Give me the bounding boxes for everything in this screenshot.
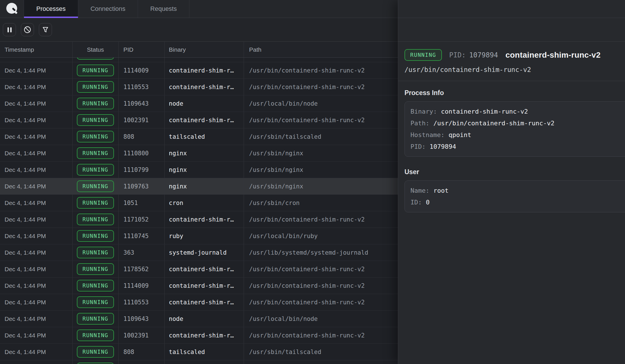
table-row[interactable]: Dec 4, 1:44 PM RUNNING 1114009 container… <box>0 62 398 79</box>
detail-path: /usr/bin/containerd-shim-runc-v2 <box>404 66 625 73</box>
column-header-status[interactable]: Status <box>73 42 119 57</box>
status-badge: RUNNING <box>77 263 114 275</box>
table-row[interactable]: Dec 4, 1:44 PM RUNNING 1171052 container… <box>0 211 398 228</box>
cell-pid: 1110553 <box>119 294 165 310</box>
cell-binary: containerd-shim-r… <box>165 261 244 277</box>
status-badge: RUNNING <box>77 114 114 126</box>
status-badge: RUNNING <box>77 296 114 308</box>
pause-button[interactable] <box>3 23 16 36</box>
app-window: Processes Connections Requests <box>0 0 625 364</box>
cell-pid: 1114009 <box>119 277 165 294</box>
table-row[interactable]: Dec 4, 1:44 PM RUNNING 1109643 node /usr… <box>0 311 398 327</box>
process-info-heading: Process Info <box>404 89 625 97</box>
column-header-path[interactable]: Path <box>244 42 398 57</box>
cell-timestamp: Dec 4, 1:44 PM <box>0 178 73 194</box>
cell-binary: nginx <box>165 162 244 178</box>
cell-status: RUNNING <box>73 145 119 161</box>
filter-button[interactable] <box>39 23 52 36</box>
column-header-timestamp[interactable]: Timestamp <box>0 42 73 57</box>
cell-status: RUNNING <box>73 58 119 62</box>
table-row[interactable]: Dec 4, 1:44 PM RUNNING 1178562 container… <box>0 261 398 277</box>
info-value: qpoint <box>448 129 471 141</box>
process-table-body: RUNNING Dec 4, 1:44 PM RUNNING 1114009 c… <box>0 58 398 364</box>
table-row[interactable]: RUNNING <box>0 360 398 364</box>
table-row[interactable]: Dec 4, 1:44 PM RUNNING 1110745 ruby /usr… <box>0 228 398 244</box>
cell-timestamp: Dec 4, 1:44 PM <box>0 95 73 112</box>
column-header-binary[interactable]: Binary <box>165 42 244 57</box>
cell-status: RUNNING <box>73 311 119 327</box>
cell-path: /usr/bin/containerd-shim-runc-v2 <box>244 112 398 128</box>
detail-pid-value: 1079894 <box>469 51 498 59</box>
cell-binary: containerd-shim-r… <box>165 79 244 95</box>
qpoint-logo-icon <box>6 3 18 15</box>
detail-pid-label: PID: <box>449 51 466 59</box>
cell-binary: nginx <box>165 145 244 161</box>
cell-status: RUNNING <box>73 62 119 79</box>
info-label: PID: <box>410 141 426 152</box>
status-badge: RUNNING <box>77 164 114 176</box>
user-row: ID: 0 <box>410 196 623 208</box>
cell-path: /usr/bin/containerd-shim-runc-v2 <box>244 294 398 310</box>
status-badge: RUNNING <box>77 230 114 242</box>
status-badge: RUNNING <box>77 346 114 358</box>
cell-status: RUNNING <box>73 327 119 343</box>
table-row[interactable]: Dec 4, 1:44 PM RUNNING 1110800 nginx /us… <box>0 145 398 162</box>
cell-pid: 808 <box>119 128 165 145</box>
table-row[interactable]: Dec 4, 1:44 PM RUNNING 1002391 container… <box>0 327 398 344</box>
cell-timestamp: Dec 4, 1:44 PM <box>0 128 73 145</box>
column-header-pid[interactable]: PID <box>119 42 165 57</box>
detail-title: containerd-shim-runc-v2 <box>506 51 601 60</box>
cell-binary: nginx <box>165 178 244 194</box>
cell-binary: tailscaled <box>165 344 244 360</box>
status-badge: RUNNING <box>77 363 114 364</box>
status-badge: RUNNING <box>77 81 114 93</box>
table-header: Timestamp Status PID Binary Path <box>0 42 398 58</box>
cell-status: RUNNING <box>73 344 119 360</box>
table-row[interactable]: Dec 4, 1:44 PM RUNNING 1051 cron /usr/sb… <box>0 195 398 211</box>
user-value: root <box>433 185 448 196</box>
cell-timestamp: Dec 4, 1:44 PM <box>0 277 73 294</box>
table-row[interactable]: Dec 4, 1:44 PM RUNNING 1110553 container… <box>0 79 398 95</box>
cell-binary: containerd-shim-r… <box>165 211 244 228</box>
app-logo[interactable] <box>0 0 24 18</box>
table-row[interactable]: Dec 4, 1:44 PM RUNNING 1110799 nginx /us… <box>0 162 398 178</box>
cell-timestamp: Dec 4, 1:44 PM <box>0 112 73 128</box>
status-badge: RUNNING <box>77 247 114 258</box>
cell-binary: tailscaled <box>165 128 244 145</box>
table-row[interactable]: Dec 4, 1:44 PM RUNNING 1002391 container… <box>0 112 398 128</box>
table-row[interactable]: Dec 4, 1:44 PM RUNNING 363 systemd-journ… <box>0 244 398 261</box>
cell-binary: node <box>165 95 244 112</box>
table-row[interactable]: Dec 4, 1:44 PM RUNNING 1109763 nginx /us… <box>0 178 398 195</box>
cell-timestamp: Dec 4, 1:44 PM <box>0 344 73 360</box>
cell-pid: 1109643 <box>119 95 165 112</box>
status-badge: RUNNING <box>77 180 114 192</box>
cell-pid: 1002391 <box>119 112 165 128</box>
cell-path: /usr/sbin/nginx <box>244 178 398 194</box>
tab[interactable]: Requests <box>138 0 189 18</box>
cell-timestamp: Dec 4, 1:44 PM <box>0 195 73 211</box>
cell-path: /usr/sbin/cron <box>244 195 398 211</box>
cell-status: RUNNING <box>73 128 119 145</box>
cell-timestamp: Dec 4, 1:44 PM <box>0 228 73 244</box>
cell-pid: 1114009 <box>119 62 165 79</box>
clear-button[interactable] <box>21 23 34 36</box>
process-table: Timestamp Status PID Binary Path RUNNING <box>0 42 398 364</box>
tab[interactable]: Connections <box>78 0 138 18</box>
table-row[interactable]: Dec 4, 1:44 PM RUNNING 808 tailscaled /u… <box>0 128 398 145</box>
cell-pid: 1178562 <box>119 261 165 277</box>
cell-timestamp <box>0 360 73 364</box>
table-row[interactable]: Dec 4, 1:44 PM RUNNING 1114009 container… <box>0 277 398 294</box>
table-row[interactable]: Dec 4, 1:44 PM RUNNING 808 tailscaled /u… <box>0 344 398 360</box>
cell-pid: 808 <box>119 344 165 360</box>
table-row[interactable]: Dec 4, 1:44 PM RUNNING 1109643 node /usr… <box>0 95 398 112</box>
cell-binary: node <box>165 311 244 327</box>
table-row[interactable]: RUNNING <box>0 58 398 62</box>
cell-status: RUNNING <box>73 211 119 228</box>
cell-status: RUNNING <box>73 228 119 244</box>
cell-timestamp: Dec 4, 1:44 PM <box>0 162 73 178</box>
cell-timestamp: Dec 4, 1:44 PM <box>0 261 73 277</box>
tab[interactable]: Processes <box>24 0 78 18</box>
cell-path: /usr/sbin/tailscaled <box>244 128 398 145</box>
cell-binary: containerd-shim-r… <box>165 112 244 128</box>
table-row[interactable]: Dec 4, 1:44 PM RUNNING 1110553 container… <box>0 294 398 311</box>
